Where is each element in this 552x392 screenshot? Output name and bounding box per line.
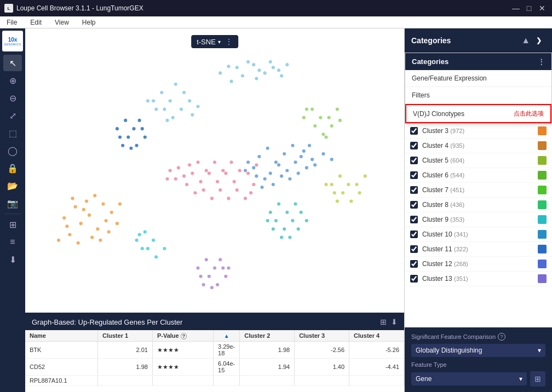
col-sort-arrow[interactable]: ▲ [214, 330, 240, 342]
minimize-button[interactable]: — [510, 3, 521, 14]
svg-point-121 [191, 113, 194, 117]
svg-point-21 [85, 199, 88, 203]
svg-point-76 [202, 188, 205, 192]
zoom-out-button[interactable]: ⊖ [3, 90, 22, 106]
cluster7-color [538, 186, 547, 194]
svg-point-157 [124, 119, 127, 122]
svg-point-128 [327, 116, 331, 119]
svg-point-164 [121, 144, 124, 147]
cell-name: RPL887A10.1 [25, 376, 98, 386]
feature-type-chevron-icon: ▾ [519, 375, 522, 383]
col-cluster1[interactable]: Cluster 1 [98, 330, 153, 342]
menu-edit[interactable]: Edit [28, 18, 44, 27]
menu-filters[interactable]: Filters [405, 87, 551, 104]
svg-point-144 [196, 267, 199, 270]
data-table-container[interactable]: Name Cluster 1 P-Value ? ▲ Cluster 2 Clu… [25, 330, 404, 386]
cluster12-checkbox[interactable] [410, 260, 418, 268]
svg-point-1 [235, 66, 239, 69]
folder-button[interactable]: 📂 [3, 177, 22, 194]
cluster-list[interactable]: Cluster 3 (972) Cluster 4 (935) Cluster … [405, 124, 552, 327]
svg-point-74 [224, 172, 227, 175]
menu-file[interactable]: File [4, 18, 19, 27]
svg-point-166 [138, 119, 141, 122]
settings-icon[interactable]: ⊞ [380, 318, 387, 326]
cluster9-color [538, 215, 547, 224]
col-cluster4[interactable]: Cluster 4 [349, 330, 404, 342]
title-bar: L Loupe Cell Browser 3.1.1 - LungTumorGE… [0, 0, 552, 16]
cell-c4 [349, 376, 404, 386]
svg-point-110 [169, 99, 172, 102]
svg-point-6 [263, 71, 267, 74]
col-pvalue[interactable]: P-Value ? [152, 330, 213, 342]
lasso-tool-button[interactable]: ◯ [3, 142, 22, 159]
left-toolbar: 10x GENOMICS ↖ ⊕ ⊖ ⤢ ⬚ ◯ 🔒 📂 📷 ⊞ ≡ ⬇ [0, 28, 25, 392]
menu-vdj-clonotypes[interactable]: V(D)J Clonotypes 点击此选项 [405, 104, 551, 123]
tsne-more-icon[interactable]: ⋮ [225, 37, 233, 46]
dropdown-more-icon[interactable]: ⋮ [538, 57, 545, 66]
cluster13-checkbox[interactable] [410, 275, 418, 283]
feature-type-dropdown[interactable]: Gene ▾ [411, 372, 527, 385]
close-button[interactable]: ✕ [537, 3, 548, 14]
cluster3-checkbox[interactable] [410, 127, 418, 135]
svg-point-39 [274, 160, 278, 164]
tsne-label: t-SNE [197, 38, 216, 46]
svg-point-103 [272, 227, 275, 230]
svg-point-119 [165, 119, 169, 122]
svg-point-173 [141, 247, 144, 250]
download-icon[interactable]: ⬇ [391, 318, 398, 326]
sig-feature-help-icon[interactable]: ? [498, 333, 505, 341]
scatter-plot[interactable] [25, 28, 404, 313]
svg-point-14 [285, 63, 289, 66]
select-tool-button[interactable]: ↖ [3, 55, 22, 71]
scatter-container[interactable]: t-SNE ▾ ⋮ [25, 28, 404, 313]
svg-point-86 [188, 163, 191, 166]
cluster8-checkbox[interactable] [410, 201, 418, 209]
list-item: Cluster 8 (436) [405, 198, 552, 212]
svg-point-107 [305, 219, 308, 222]
dropdown-menu-header: Categories ⋮ [405, 53, 551, 70]
collapse-icon[interactable]: ▲ [521, 36, 530, 45]
col-cluster3[interactable]: Cluster 3 [295, 330, 349, 342]
scroll-down-button[interactable]: ⬇ [3, 251, 22, 268]
col-cluster2[interactable]: Cluster 2 [240, 330, 295, 342]
cluster11-checkbox[interactable] [410, 245, 418, 253]
list-view-button[interactable]: ≡ [3, 234, 22, 250]
fit-view-button[interactable]: ⤢ [3, 107, 22, 124]
grid-view-button[interactable]: ⊞ [3, 216, 22, 233]
svg-point-31 [90, 236, 94, 239]
maximize-button[interactable]: □ [524, 3, 534, 14]
svg-point-145 [205, 258, 208, 261]
col-name[interactable]: Name [25, 330, 98, 342]
cluster7-checkbox[interactable] [410, 186, 418, 194]
lock-button[interactable]: 🔒 [3, 160, 22, 176]
svg-point-43 [252, 166, 255, 169]
cluster5-checkbox[interactable] [410, 157, 418, 164]
table-body: BTK 2.01 ★★★★ 3.29e-18 1.98 -2.56 -5.26 … [25, 342, 404, 386]
expand-panel-button[interactable]: ❯ [532, 34, 545, 47]
feature-type-grid-button[interactable]: ⊞ [530, 371, 545, 387]
cluster6-name: Cluster 6 (544) [422, 171, 533, 179]
tsne-dropdown[interactable]: t-SNE ▾ ⋮ [191, 35, 238, 48]
svg-point-23 [77, 241, 80, 245]
menu-gene-expression[interactable]: Gene/Feature Expression [405, 70, 551, 87]
cluster9-checkbox[interactable] [410, 216, 418, 223]
dropdown-title: Categories [412, 57, 449, 66]
menu-bar: File Edit View Help [0, 16, 552, 28]
menu-help[interactable]: Help [80, 18, 98, 27]
camera-button[interactable]: 📷 [3, 195, 22, 211]
viz-area: t-SNE ▾ ⋮ [25, 28, 404, 392]
cluster4-checkbox[interactable] [410, 142, 418, 149]
svg-point-120 [196, 105, 199, 108]
cluster10-checkbox[interactable] [410, 230, 418, 238]
svg-point-11 [227, 65, 230, 68]
rectangle-select-button[interactable]: ⬚ [3, 125, 22, 141]
svg-point-93 [165, 177, 169, 181]
cluster10-name: Cluster 10 (341) [422, 230, 533, 238]
menu-view[interactable]: View [53, 18, 71, 27]
right-panel-bottom: Significant Feature Comparison ? Globall… [405, 327, 552, 392]
svg-point-51 [272, 183, 275, 186]
zoom-in-button[interactable]: ⊕ [3, 72, 22, 89]
sig-feature-value: Globally Distinguishing [416, 347, 482, 354]
cluster6-checkbox[interactable] [410, 171, 418, 179]
sig-feature-dropdown[interactable]: Globally Distinguishing ▾ [411, 344, 545, 357]
